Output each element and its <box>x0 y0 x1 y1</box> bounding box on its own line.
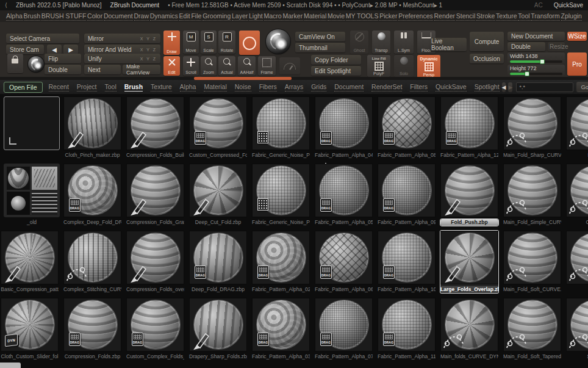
weld-xyz-toggles[interactable]: X Y Z <box>140 48 157 52</box>
brush-thumb-main-fold-simple-curve[interactable]: Main_Fold_Simple_CURVE <box>503 164 561 226</box>
menu-texture[interactable]: Texture <box>496 12 517 21</box>
thumbnail-button[interactable]: Thumbnail <box>295 43 345 52</box>
menu-draw[interactable]: Draw <box>134 12 149 21</box>
width-track[interactable] <box>510 60 562 63</box>
lightbox-forward-button[interactable]: ▶ <box>508 82 512 92</box>
menu-color[interactable]: Color <box>87 12 102 21</box>
edit-mode-button[interactable]: Edit <box>163 56 180 76</box>
menu-macro[interactable]: Macro <box>264 12 282 21</box>
tab-alpha[interactable]: Alpha <box>180 83 196 92</box>
tab-texture[interactable]: Texture <box>151 83 171 92</box>
quicksave-button[interactable]: QuickSave <box>554 2 583 9</box>
path-filter-input[interactable] <box>516 82 573 92</box>
menu-brush-stuff[interactable]: BRUSH STUFF <box>41 12 87 21</box>
menu-file[interactable]: File <box>191 12 201 21</box>
menu-render[interactable]: Render <box>434 12 455 21</box>
draw-mode-button[interactable]: Draw <box>163 31 180 55</box>
unify-xyz-toggles[interactable]: X Y Z <box>140 57 157 61</box>
rotate-mode-button[interactable]: RRotate <box>218 31 235 54</box>
brush-thumb-basic-compression-patt[interactable]: Basic_Compression_patt <box>1 231 59 293</box>
brush-thumb-cloth-custom-slider-fol[interactable]: DYNCloth_Custom_Slider_fol <box>1 298 59 360</box>
menu-layer[interactable]: Layer <box>232 12 248 21</box>
width-knob[interactable] <box>540 59 545 64</box>
height-knob[interactable] <box>525 71 529 76</box>
brush-thumb-custom-complex-folds-i[interactable]: DRAGCustom_Complex_Folds_I <box>126 298 184 360</box>
mirror-button[interactable]: MirrorX Y Z <box>84 34 160 43</box>
next-button[interactable]: Next <box>84 65 121 74</box>
menu-edit[interactable]: Edit <box>179 12 190 21</box>
brush-thumb-large-folds-overlap-zbp[interactable]: Large_Folds_Overlap.zbp <box>440 231 498 293</box>
brush-thumb-compression-folds-builc[interactable]: Compression_Folds_Builc <box>126 96 184 159</box>
brush-thumb-seams[interactable]: Seams <box>566 298 588 360</box>
tab-renderset[interactable]: RenderSet <box>371 83 402 92</box>
tab-filters[interactable]: Filters <box>410 83 428 92</box>
brush-thumb-one-te[interactable]: One_Te <box>566 164 588 226</box>
wsize-button[interactable]: WSize <box>567 32 587 41</box>
brush-thumb-fabric-generic-noise-pa[interactable]: Fabric_Generic_Noise_Pa <box>252 96 310 159</box>
brush-thumb-fabric-pattern-alpha-12[interactable]: DRAGFabric_Pattern_Alpha_12 <box>440 96 498 159</box>
make-camview-button[interactable]: Make CamView <box>123 65 160 74</box>
zoom-canvas-button[interactable]: Zoom <box>201 56 217 76</box>
menu-document[interactable]: Document <box>104 12 133 21</box>
pro-button[interactable]: Pro <box>567 52 587 76</box>
document-height-slider[interactable]: Height 772 <box>507 65 565 76</box>
compute-button[interactable]: Compute <box>470 32 504 51</box>
linefill-polyf-button[interactable]: Line FillPolyF <box>367 55 390 77</box>
document-width-slider[interactable]: Width 1438 <box>507 52 565 63</box>
menu-light[interactable]: Light <box>249 12 263 21</box>
gauge-button[interactable] <box>279 57 300 74</box>
brush-thumb-fabric-pattern-alpha-11[interactable]: DRAGFabric_Pattern_Alpha_11 <box>378 298 436 360</box>
select-camera-button[interactable]: Select Camera <box>6 34 79 43</box>
brush-thumb-main-fold-sharp-curve[interactable]: Main_Fold_Sharp_CURVE <box>503 96 561 159</box>
brush-thumb-fabric-pattern-alpha-04[interactable]: DRAGFabric_Pattern_Alpha_04 <box>315 96 373 159</box>
brush-thumb-fabric-pattern-alpha-06[interactable]: DRAGFabric_Pattern_Alpha_06 <box>315 231 373 293</box>
current-brush-button[interactable] <box>239 31 260 55</box>
brush-thumb-fabric-pattern-alpha-10[interactable]: DRAGFabric_Pattern_Alpha_10 <box>378 231 436 293</box>
menu-dynamics[interactable]: Dynamics <box>150 12 178 21</box>
copy-folder-button[interactable]: Copy Folder <box>311 55 361 65</box>
next-camera-button[interactable]: ▶ <box>63 45 78 54</box>
height-track[interactable] <box>510 73 562 75</box>
brush-thumb-complex-deep-fold-dra[interactable]: DRAGComplex_Deep_Fold_DRA <box>63 164 121 226</box>
current-material-sphere[interactable] <box>266 29 290 54</box>
brush-thumb-fabric-pattern-alpha-08[interactable]: DRAGFabric_Pattern_Alpha_08 <box>378 96 436 159</box>
scale-mode-button[interactable]: SScale <box>201 31 217 54</box>
mirror-xyz-toggles[interactable]: X Y Z <box>140 37 157 41</box>
menu-preferences[interactable]: Preferences <box>398 12 433 21</box>
tab-material[interactable]: Material <box>204 83 226 92</box>
brush-thumb-custom-compressed-fol[interactable]: DRAGCustom_Compressed_Fol <box>189 96 247 159</box>
double-button-right[interactable]: Double <box>507 42 545 51</box>
frame-button[interactable]: Frame <box>258 56 276 76</box>
store-cam-button[interactable]: Store Cam <box>6 45 44 54</box>
tab-arrays[interactable]: Arrays <box>285 83 303 92</box>
folder-up[interactable] <box>4 96 60 150</box>
menu-tool[interactable]: Tool <box>518 12 529 21</box>
tab-grids[interactable]: Grids <box>311 83 326 92</box>
lightbox-back-button[interactable]: ◀ <box>502 82 506 92</box>
menu-brush[interactable]: Brush <box>24 12 40 21</box>
aahalf-button[interactable]: AAHalf <box>238 56 256 76</box>
edit-spotlight-button[interactable]: Edit Spotlight <box>311 66 361 76</box>
brush-thumb-main-fold-soft-tapered[interactable]: Main_Fold_Soft_Tapered <box>503 298 561 360</box>
brush-thumb-fold-push-zbp[interactable]: Fold_Push.zbp <box>440 164 498 226</box>
brush-thumb-compression-folds-over[interactable]: Compression_Folds_over <box>126 231 184 293</box>
tab-document[interactable]: Document <box>334 83 364 92</box>
menu-my-tools[interactable]: MY TOOLS <box>346 12 379 21</box>
transp-button[interactable]: Transp <box>372 31 390 54</box>
menu-material[interactable]: Material <box>304 12 326 21</box>
tab-tool[interactable]: Tool <box>105 83 117 92</box>
camview-on-button[interactable]: CamView On <box>295 32 345 41</box>
menu-marker[interactable]: Marker <box>282 12 303 21</box>
tab-recent[interactable]: Recent <box>49 83 69 92</box>
tab-fibers[interactable]: Fibers <box>259 83 277 92</box>
brush-thumb-compression-folds-grav[interactable]: Compression_Folds_Grav <box>126 164 184 226</box>
move-mode-button[interactable]: MMove <box>183 31 199 54</box>
brush-thumb-deep-cut-fold-zbp[interactable]: Deep_Cut_Fold.zbp <box>189 164 247 226</box>
brush-thumb-fabric-pattern-alpha-07[interactable]: DRAGFabric_Pattern_Alpha_07 <box>315 298 373 360</box>
prev-camera-button[interactable]: ◀ <box>47 45 62 54</box>
brush-thumb-pinch[interactable]: Pinch <box>566 231 588 293</box>
tab-spotlight[interactable]: Spotlight <box>475 83 500 92</box>
scroll-button[interactable]: Scroll <box>183 56 199 76</box>
brush-thumb-fabric-pattern-alpha-02[interactable]: DRAGFabric_Pattern_Alpha_02 <box>252 231 310 293</box>
actual-size-button[interactable]: Actual <box>218 56 235 76</box>
